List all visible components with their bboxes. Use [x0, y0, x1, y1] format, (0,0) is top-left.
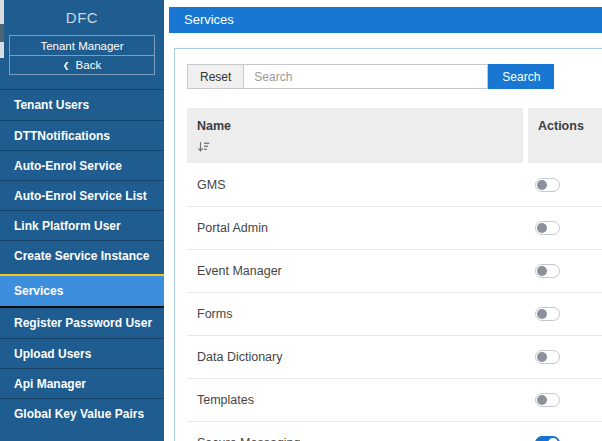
- table-row: Data Dictionary: [187, 335, 602, 378]
- service-name: Templates: [197, 393, 254, 407]
- search-input[interactable]: [244, 64, 488, 89]
- toggle-knob-icon: [537, 180, 547, 190]
- table-header: Name Actions: [187, 108, 602, 163]
- service-toggle[interactable]: [535, 436, 560, 441]
- back-button[interactable]: ❮ Back: [10, 55, 154, 74]
- sidebar-item-label: Upload Users: [14, 347, 91, 361]
- sidebar-item-label: Tenant Users: [14, 98, 89, 112]
- sidebar-nav: Tenant UsersDTTNotificationsAuto-Enrol S…: [0, 89, 164, 428]
- table-row: Portal Admin: [187, 206, 602, 249]
- sidebar-item-create-service-instance[interactable]: Create Service Instance: [0, 240, 164, 270]
- sidebar-item-label: Api Manager: [14, 377, 86, 391]
- service-name: Portal Admin: [197, 221, 268, 235]
- service-name: Event Manager: [197, 264, 282, 278]
- back-label: Back: [76, 59, 102, 71]
- table-row: Event Manager: [187, 249, 602, 292]
- sidebar-scrollbar: [0, 0, 4, 58]
- services-table-body: GMS Portal Admin Event Manager Forms Dat…: [187, 163, 602, 441]
- sidebar-item-dttnotifications[interactable]: DTTNotifications: [0, 120, 164, 150]
- app-title: DFC: [0, 9, 164, 26]
- search-button[interactable]: Search: [488, 64, 554, 89]
- page-header: Services: [169, 7, 602, 33]
- sidebar-item-label: DTTNotifications: [14, 129, 110, 143]
- sidebar-item-link-platform-user[interactable]: Link Platform User: [0, 210, 164, 240]
- service-toggle[interactable]: [535, 350, 560, 364]
- service-toggle[interactable]: [535, 264, 560, 278]
- sidebar-item-global-key-value-pairs[interactable]: Global Key Value Pairs: [0, 398, 164, 428]
- service-toggle[interactable]: [535, 221, 560, 235]
- sidebar-item-label: Global Key Value Pairs: [14, 407, 144, 421]
- toggle-knob-icon: [537, 395, 547, 405]
- sidebar-item-auto-enrol-service[interactable]: Auto-Enrol Service: [0, 150, 164, 180]
- main-content: Services Reset Search Name Acti: [169, 0, 602, 441]
- content-panel: Reset Search Name Actions G: [174, 48, 602, 441]
- sidebar: DFC Tenant Manager ❮ Back Tenant UsersDT…: [0, 0, 164, 441]
- page-title: Services: [184, 12, 234, 27]
- sidebar-scrollbar-thumb[interactable]: [0, 24, 4, 42]
- service-name: GMS: [197, 178, 225, 192]
- sort-ascending-icon[interactable]: [197, 139, 210, 157]
- actions-column-label: Actions: [538, 119, 602, 133]
- sidebar-item-upload-users[interactable]: Upload Users: [0, 338, 164, 368]
- chevron-left-icon: ❮: [63, 61, 70, 70]
- column-header-name: Name: [187, 108, 523, 163]
- sidebar-item-label: Link Platform User: [14, 219, 121, 233]
- service-name: Data Dictionary: [197, 350, 282, 364]
- table-row: Templates: [187, 378, 602, 421]
- tenant-manager-button[interactable]: Tenant Manager: [10, 36, 154, 55]
- reset-button[interactable]: Reset: [187, 64, 244, 89]
- table-row: GMS: [187, 163, 602, 206]
- service-name: Forms: [197, 307, 232, 321]
- tenant-manager-label: Tenant Manager: [40, 40, 123, 52]
- toggle-knob-icon: [537, 309, 547, 319]
- service-toggle[interactable]: [535, 307, 560, 321]
- toggle-knob-icon: [537, 352, 547, 362]
- sidebar-item-tenant-users[interactable]: Tenant Users: [0, 90, 164, 120]
- sidebar-item-label: Services: [14, 284, 63, 298]
- sidebar-item-auto-enrol-service-list[interactable]: Auto-Enrol Service List: [0, 180, 164, 210]
- toggle-knob-icon: [537, 266, 547, 276]
- table-row: Secure Messaging: [187, 421, 602, 441]
- sidebar-item-api-manager[interactable]: Api Manager: [0, 368, 164, 398]
- sidebar-item-register-password-user[interactable]: Register Password User: [0, 308, 164, 338]
- name-column-label: Name: [197, 119, 513, 133]
- sidebar-item-label: Create Service Instance: [14, 249, 149, 263]
- column-header-actions: Actions: [528, 108, 602, 163]
- search-toolbar: Reset Search: [187, 64, 602, 89]
- service-toggle[interactable]: [535, 178, 560, 192]
- table-row: Forms: [187, 292, 602, 335]
- sidebar-item-label: Register Password User: [14, 316, 152, 330]
- sidebar-button-group: Tenant Manager ❮ Back: [9, 35, 155, 75]
- service-name: Secure Messaging: [197, 436, 301, 441]
- toggle-knob-icon: [537, 223, 547, 233]
- service-toggle[interactable]: [535, 393, 560, 407]
- sidebar-item-label: Auto-Enrol Service: [14, 159, 122, 173]
- sidebar-item-label: Auto-Enrol Service List: [14, 189, 147, 203]
- sidebar-item-services[interactable]: Services: [0, 274, 164, 308]
